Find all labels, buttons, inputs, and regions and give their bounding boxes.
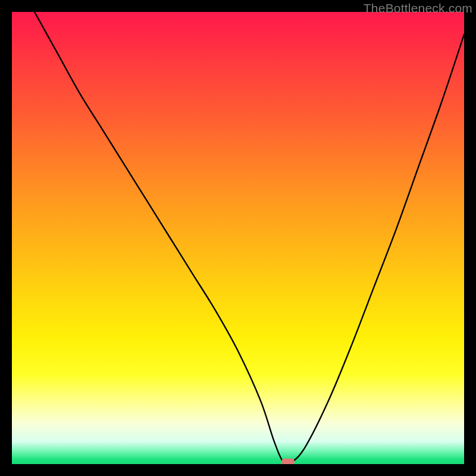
bottleneck-curve-path — [35, 12, 464, 464]
plot-area — [12, 12, 464, 464]
curve-svg — [12, 12, 464, 464]
chart-frame: TheBottleneck.com — [0, 0, 476, 476]
watermark-text: TheBottleneck.com — [364, 1, 472, 15]
min-marker — [281, 459, 295, 464]
